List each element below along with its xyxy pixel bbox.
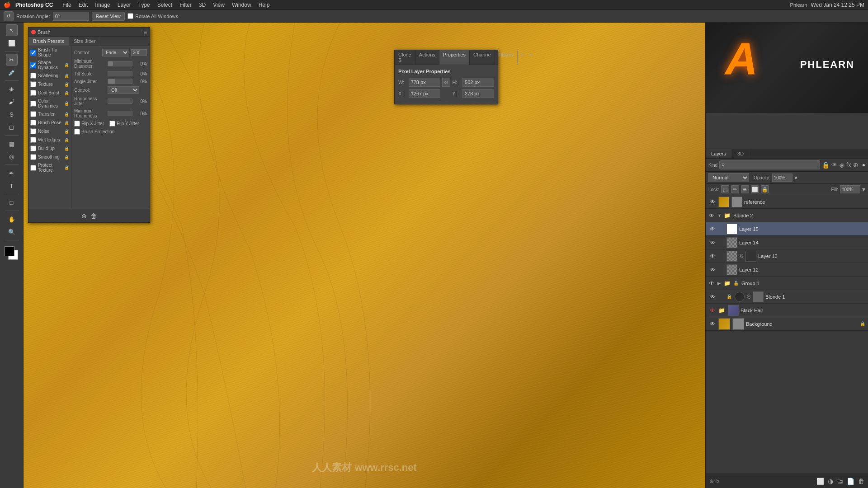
brush-roundness-jitter-slider[interactable] <box>108 99 132 104</box>
layers-new-layer-btn[interactable]: 📄 <box>847 478 854 485</box>
zoom-tool[interactable]: 🔍 <box>6 226 18 238</box>
layer-row-layer15[interactable]: 👁 Layer 15 <box>706 222 868 236</box>
brush-item-buildup[interactable]: Build-up 🔒 <box>28 144 71 153</box>
menu-help[interactable]: Help <box>255 1 273 9</box>
brush-item-color-dynamics[interactable]: Color Dynamics 🔒 <box>28 97 71 110</box>
props-tab-channels[interactable]: Channe <box>470 50 495 65</box>
brush-panel-menu[interactable]: ≡ <box>144 29 147 35</box>
layers-lock-icon-btn[interactable]: 🔒 <box>822 161 830 169</box>
layer-vis-reference[interactable]: 👁 <box>708 198 717 206</box>
layer-vis-layer13[interactable]: 👁 <box>708 252 717 260</box>
text-tool[interactable]: T <box>6 180 18 192</box>
brush-item-scattering[interactable]: Scattering 🔒 <box>28 71 71 80</box>
move-tool[interactable]: ↖ <box>6 24 18 36</box>
brush-item-noise[interactable]: Noise 🔒 <box>28 127 71 136</box>
lock-all-btn[interactable]: 🔒 <box>761 185 769 193</box>
layers-fx-icon-btn[interactable]: fx <box>846 161 851 169</box>
color-swatches[interactable] <box>5 246 19 261</box>
menu-3d[interactable]: 3D <box>196 1 209 9</box>
layers-opacity-arrow[interactable]: ▾ <box>794 174 797 181</box>
brush-tip-shape-checkbox[interactable] <box>30 50 36 56</box>
brush-angle-jitter-slider[interactable] <box>108 79 132 84</box>
brush-item-wet-edges[interactable]: Wet Edges 🔒 <box>28 136 71 144</box>
eyedropper-tool[interactable]: 💉 <box>6 66 18 78</box>
reset-view-button[interactable]: Reset View <box>92 12 125 21</box>
layers-color-icon-btn[interactable]: ◈ <box>840 161 844 169</box>
rotate-all-checkbox[interactable] <box>127 13 133 19</box>
layers-add-mask-btn[interactable]: ⬜ <box>816 478 824 485</box>
brush-min-roundness-slider[interactable] <box>108 111 132 116</box>
flip-x-checkbox[interactable] <box>74 121 80 127</box>
flip-y-checkbox[interactable] <box>109 121 115 127</box>
shape-tool[interactable]: □ <box>6 197 18 208</box>
props-h-input[interactable] <box>462 78 494 87</box>
brush-item-brush-pose[interactable]: Brush Pose 🔒 <box>28 118 71 127</box>
props-w-input[interactable] <box>409 78 440 87</box>
menu-view[interactable]: View <box>210 1 228 9</box>
menu-select[interactable]: Select <box>154 1 175 9</box>
layer-row-layer12[interactable]: 👁 Layer 12 <box>706 263 868 277</box>
brush-item-transfer[interactable]: Transfer 🔒 <box>28 110 71 118</box>
layer-vis-background[interactable]: 👁 <box>708 320 717 328</box>
shape-dynamics-checkbox[interactable] <box>30 62 36 68</box>
properties-panel-menu[interactable]: ≡ <box>518 50 526 65</box>
layer-row-group1[interactable]: 👁 ▶ 📁 🔒 Group 1 <box>706 277 868 290</box>
layers-filter-active[interactable]: ● <box>862 162 865 168</box>
brush-tab-size-jitter[interactable]: Size Jitter <box>69 37 100 46</box>
blur-tool[interactable]: ◎ <box>6 150 18 162</box>
brush-panel-close[interactable] <box>31 30 36 34</box>
layers-search[interactable]: ⚲ <box>719 160 820 169</box>
layer-row-blonde1[interactable]: 👁 🔒 ⛓ Blonde 1 <box>706 290 868 304</box>
wet-edges-checkbox[interactable] <box>30 137 36 143</box>
flip-y-label[interactable]: Flip Y Jitter <box>109 121 139 127</box>
layer-row-blackhair[interactable]: 👁 📁 Black Hair <box>706 304 868 317</box>
layers-mode-icon-btn[interactable]: ⊕ <box>853 161 859 169</box>
props-tab-actions[interactable]: Actions <box>415 50 439 65</box>
brush-min-diameter-slider[interactable] <box>108 61 132 66</box>
brush-item-texture[interactable]: Texture 🔒 <box>28 80 71 89</box>
lock-position-btn[interactable]: ⊕ <box>741 185 749 193</box>
layer-row-blonde2[interactable]: 👁 ▼ 📁 Blonde 2 <box>706 209 868 222</box>
apple-icon[interactable]: 🍎 <box>4 1 11 8</box>
props-tab-history[interactable]: History <box>495 50 518 65</box>
layers-fill-arrow[interactable]: ▾ <box>862 186 865 193</box>
canvas-area[interactable]: 人人素材 www.rrsc.net Brush ≡ Brush Presets … <box>24 23 705 488</box>
brush-item-tip-shape[interactable]: Brush Tip Shape <box>28 46 71 59</box>
brush-tool[interactable]: 🖌 <box>6 96 18 108</box>
menu-type[interactable]: Type <box>135 1 153 9</box>
layer-vis-layer15[interactable]: 👁 <box>708 225 717 233</box>
layer-row-layer14[interactable]: 👁 Layer 14 <box>706 236 868 249</box>
layers-vis-icon-btn[interactable]: 👁 <box>831 161 838 169</box>
layer-vis-layer12[interactable]: 👁 <box>708 266 717 274</box>
brush-projection-label[interactable]: Brush Projection <box>74 129 114 135</box>
texture-checkbox[interactable] <box>30 81 36 87</box>
layer-row-layer13[interactable]: 👁 ⛓ Layer 13 <box>706 249 868 263</box>
brush-item-shape-dynamics[interactable]: Shape Dynamics 🔒 <box>28 59 71 71</box>
layers-fill-input[interactable] <box>840 185 860 193</box>
flip-x-label[interactable]: Flip X Jitter <box>74 121 104 127</box>
menu-window[interactable]: Window <box>229 1 255 9</box>
layers-tab-layers[interactable]: Layers <box>706 149 732 158</box>
menu-file[interactable]: File <box>59 1 74 9</box>
layer-vis-blonde1[interactable]: 👁 <box>708 293 717 301</box>
dual-brush-checkbox[interactable] <box>30 90 36 96</box>
brush-item-smoothing[interactable]: Smoothing 🔒 <box>28 153 71 161</box>
pen-tool[interactable]: ✒ <box>6 167 18 179</box>
brush-footer-delete[interactable]: 🗑 <box>90 212 97 220</box>
foreground-color-swatch[interactable] <box>5 246 14 256</box>
layer-group-arrow-blonde2[interactable]: ▼ <box>717 213 722 218</box>
layers-delete-btn[interactable]: 🗑 <box>858 478 864 485</box>
layers-new-group-btn[interactable]: 🗂 <box>837 478 843 485</box>
layer-vis-blackhair[interactable]: 👁 <box>708 306 717 314</box>
layer-vis-group1[interactable]: 👁 <box>708 279 716 287</box>
rotation-tool-icon[interactable]: ↺ <box>4 11 14 21</box>
hand-tool[interactable]: ✋ <box>6 213 18 225</box>
protect-texture-checkbox[interactable] <box>30 165 36 171</box>
brush-control-select-2[interactable]: Off <box>108 86 139 94</box>
props-link-btn[interactable]: ∞ <box>442 78 451 87</box>
brush-footer-new[interactable]: ⊕ <box>81 212 87 220</box>
lock-artboard-btn[interactable]: ⬜ <box>751 185 759 193</box>
layers-blend-mode-select[interactable]: Normal <box>708 173 749 182</box>
layer-vis-blonde2[interactable]: 👁 <box>708 211 716 220</box>
lock-pixels-btn[interactable]: ✏ <box>731 185 739 193</box>
